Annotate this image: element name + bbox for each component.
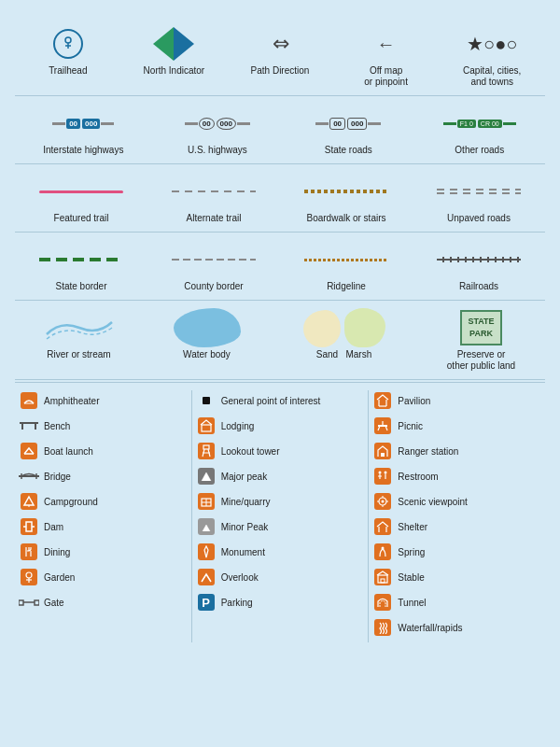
poi-restroom: Restroom bbox=[372, 466, 541, 486]
state-park-label: Preserve orother public land bbox=[447, 349, 515, 372]
svg-point-0 bbox=[65, 37, 71, 43]
spring-label: Spring bbox=[398, 547, 425, 557]
poi-bench: Bench bbox=[19, 416, 188, 436]
featured-trail-label: Featured trail bbox=[54, 213, 109, 224]
poi-amphitheater: Amphitheater bbox=[19, 390, 188, 411]
overlook-label: Overlook bbox=[221, 572, 259, 583]
sand-marsh-icon-area bbox=[303, 310, 385, 345]
poi-dining: Dining bbox=[19, 542, 188, 562]
bench-label: Bench bbox=[44, 421, 70, 431]
state-roads-icon: 00 000 bbox=[315, 118, 381, 130]
parking-icon: P bbox=[196, 592, 217, 613]
us-highways-icon-area: 00 000 bbox=[185, 106, 250, 141]
state-roads-icon-area: 00 000 bbox=[315, 106, 381, 141]
ridgeline-icon bbox=[304, 259, 388, 261]
dining-icon bbox=[19, 542, 39, 562]
monument-label: Monument bbox=[221, 547, 265, 557]
river-item: River or stream bbox=[42, 310, 117, 360]
featured-trail-item: Featured trail bbox=[39, 174, 123, 224]
other-roads-icon-area: F1 0 CR 00 bbox=[443, 106, 516, 141]
bridge-icon bbox=[19, 466, 39, 486]
mine-label: Mine/quarry bbox=[221, 497, 271, 507]
waterfall-icon bbox=[372, 617, 393, 638]
county-border-icon bbox=[172, 259, 256, 261]
legend-page: Trailhead North Indicator ⇔ Path Directi… bbox=[0, 0, 560, 654]
capital-icon: ★○●○ bbox=[467, 33, 517, 55]
scenic-viewpoint-label: Scenic viewpoint bbox=[398, 497, 467, 507]
poi-stable: Stable bbox=[372, 567, 541, 587]
pavilion-icon bbox=[372, 390, 393, 411]
sand-marsh-icon bbox=[303, 308, 385, 347]
bench-icon bbox=[19, 416, 39, 436]
north-indicator-icon bbox=[153, 27, 194, 61]
svg-point-41 bbox=[379, 472, 382, 474]
state-border-label: State border bbox=[55, 281, 106, 292]
capital-icon-area: ★○●○ bbox=[467, 26, 517, 62]
path-direction-icon-area: ⇔ bbox=[273, 26, 287, 62]
alternate-trail-label: Alternate trail bbox=[187, 213, 242, 224]
unpaved-label: Unpaved roads bbox=[447, 213, 511, 224]
us-highways-icon: 00 000 bbox=[185, 118, 250, 130]
picnic-icon bbox=[372, 416, 393, 436]
off-map-icon-area: ← bbox=[377, 26, 396, 62]
dining-label: Dining bbox=[44, 547, 70, 557]
restroom-label: Restroom bbox=[398, 472, 438, 482]
railroads-label: Railroads bbox=[459, 281, 498, 292]
poi-section: Amphitheater Bench Boat launch Bridge bbox=[15, 382, 545, 642]
us-highways-item: 00 000 U.S. highways bbox=[180, 106, 255, 156]
dam-label: Dam bbox=[44, 522, 63, 532]
lodging-icon bbox=[196, 416, 217, 436]
county-border-item: County border bbox=[172, 242, 256, 292]
gate-icon bbox=[19, 592, 39, 613]
us-highways-label: U.S. highways bbox=[188, 145, 247, 156]
off-map-icon: ← bbox=[377, 34, 396, 55]
water-body-label: Water body bbox=[183, 349, 231, 360]
north-indicator-label: North Indicator bbox=[144, 65, 205, 77]
spring-icon bbox=[372, 542, 393, 562]
svg-rect-40 bbox=[381, 453, 385, 457]
other-roads-icon: F1 0 CR 00 bbox=[443, 120, 516, 128]
poi-monument: Monument bbox=[196, 542, 365, 562]
poi-shelter: Shelter bbox=[372, 516, 541, 537]
railroads-item: Railroads bbox=[437, 242, 521, 292]
svg-rect-23 bbox=[35, 600, 39, 605]
path-direction-item: ⇔ Path Direction bbox=[243, 26, 317, 77]
state-roads-label: State roads bbox=[325, 145, 372, 156]
poi-boat-launch: Boat launch bbox=[19, 441, 188, 461]
ridgeline-item: Ridgeline bbox=[304, 242, 388, 292]
pavilion-label: Pavilion bbox=[398, 396, 430, 406]
poi-general-poi: General point of interest bbox=[196, 390, 365, 411]
trailhead-item: Trailhead bbox=[31, 26, 105, 77]
marsh-shape bbox=[344, 308, 385, 347]
dam-icon bbox=[19, 516, 39, 537]
sand-marsh-label: Sand Marsh bbox=[316, 349, 371, 360]
poi-picnic: Picnic bbox=[372, 416, 541, 436]
waterfall-label: Waterfall/rapids bbox=[398, 623, 462, 633]
path-direction-icon: ⇔ bbox=[273, 32, 287, 56]
svg-rect-5 bbox=[21, 424, 23, 430]
poi-mine: Mine/quarry bbox=[196, 491, 365, 512]
poi-pavilion: Pavilion bbox=[372, 390, 541, 411]
poi-column-2: General point of interest Lodging Lookou… bbox=[192, 390, 370, 642]
state-park-item: STATEPARK Preserve orother public land bbox=[444, 310, 519, 372]
poi-garden: Garden bbox=[19, 567, 188, 587]
interstate-icon-area: 00 000 bbox=[52, 106, 114, 141]
general-poi-label: General point of interest bbox=[221, 396, 321, 406]
poi-ranger-station: Ranger station bbox=[372, 441, 541, 461]
campground-icon bbox=[19, 491, 39, 512]
poi-lodging: Lodging bbox=[196, 416, 365, 436]
shelter-label: Shelter bbox=[398, 522, 427, 532]
other-roads-label: Other roads bbox=[455, 145, 504, 156]
svg-rect-21 bbox=[19, 600, 23, 605]
poi-dam: Dam bbox=[19, 516, 188, 537]
alternate-trail-icon bbox=[172, 190, 256, 192]
poi-gate: Gate bbox=[19, 592, 188, 613]
railroads-icon bbox=[437, 257, 521, 262]
tunnel-icon bbox=[372, 592, 393, 613]
unpaved-item: Unpaved roads bbox=[437, 174, 521, 224]
unpaved-icon bbox=[437, 189, 521, 194]
svg-rect-4 bbox=[20, 422, 38, 424]
poi-tunnel: Tunnel bbox=[372, 592, 541, 613]
river-icon-area bbox=[42, 310, 117, 345]
parking-label: Parking bbox=[221, 598, 253, 608]
